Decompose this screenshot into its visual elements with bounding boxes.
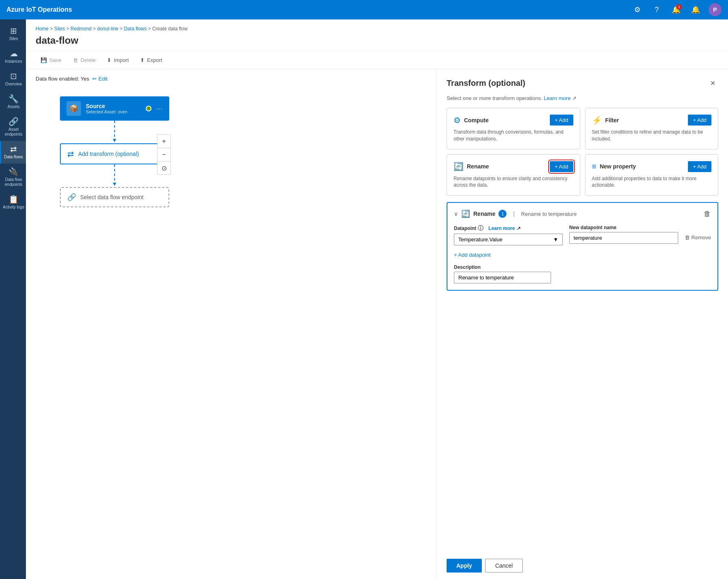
activity-logs-icon: 📋: [9, 195, 19, 203]
source-node-subtitle: Selected Asset: oven: [86, 109, 141, 114]
compute-card-title: Compute: [464, 117, 489, 123]
delete-button[interactable]: 🗑 Delete: [68, 55, 101, 66]
import-button[interactable]: ⬇ Import: [102, 55, 134, 66]
apply-button[interactable]: Apply: [447, 559, 482, 573]
import-icon: ⬇: [107, 57, 111, 63]
datapoint-info-icon[interactable]: ⓘ: [478, 225, 483, 232]
notification-badge: 1: [676, 4, 682, 10]
zoom-reset-button[interactable]: ⊙: [158, 162, 170, 175]
endpoint-node[interactable]: 🔗 Select data flow endpoint: [60, 187, 169, 207]
app-title: Azure IoT Operations: [6, 6, 626, 13]
description-input[interactable]: [454, 272, 551, 283]
rename-card-desc: Rename datapoints to ensure clarity and …: [453, 175, 573, 189]
endpoint-node-icon: 🔗: [67, 193, 76, 202]
source-node[interactable]: 📦 Source Selected Asset: oven ⋯: [60, 96, 169, 121]
filter-icon: ⚡: [592, 115, 602, 125]
new-datapoint-input[interactable]: [569, 232, 678, 244]
data-flow-enabled-text: Data flow enabled: Yes: [36, 76, 89, 82]
cancel-button[interactable]: Cancel: [485, 559, 523, 573]
sidebar-label-data-flow-endpoints: Data flow endpoints: [3, 177, 24, 187]
notifications-icon[interactable]: 🔔 1: [670, 3, 683, 16]
sidebar-item-asset-endpoints[interactable]: 🔗 Asset endpoints: [0, 113, 26, 141]
sidebar-item-assets[interactable]: 🔧 Assets: [0, 91, 26, 113]
datapoint-col: Datapoint ⓘ Learn more ↗ Temperature.Val…: [454, 225, 563, 245]
rename-collapse-button[interactable]: ∨: [454, 211, 458, 217]
bell-icon[interactable]: 🔔: [689, 3, 702, 16]
breadcrumb-donut-line[interactable]: donut-line: [97, 26, 119, 32]
help-icon[interactable]: ?: [650, 3, 663, 16]
sidebar-item-overview[interactable]: ⊡ Overview: [0, 68, 26, 91]
sidebar-item-instances[interactable]: ☁ Instances: [0, 45, 26, 68]
toolbar: 💾 Save 🗑 Delete ⬇ Import ⬆ Export: [26, 51, 728, 69]
sidebar-item-sites[interactable]: ⊞ Sites: [0, 23, 26, 45]
datapoint-dropdown[interactable]: Temperature.Value ▼: [454, 234, 563, 245]
data-flow-endpoints-icon: 🔌: [9, 168, 19, 176]
breadcrumb-data-flows[interactable]: Data flows: [124, 26, 147, 32]
remove-icon: 🗑: [685, 234, 690, 241]
export-button[interactable]: ⬆ Export: [135, 55, 167, 66]
sidebar-item-data-flow-endpoints[interactable]: 🔌 Data flow endpoints: [0, 164, 26, 191]
filter-card-title-row: ⚡ Filter: [592, 115, 619, 125]
sidebar-label-activity-logs: Activity logs: [3, 205, 24, 210]
asset-endpoints-icon: 🔗: [9, 117, 19, 126]
transform-node[interactable]: ⇄ Add transform (optional): [60, 143, 169, 164]
compute-card-title-row: ⚙ Compute: [453, 115, 489, 125]
compute-icon: ⚙: [453, 115, 461, 125]
sites-icon: ⊞: [10, 27, 17, 35]
rename-section: ∨ 🔄 Rename 1 | Rename to temperature 🗑: [447, 202, 718, 291]
rename-card: 🔄 Rename + Add Rename datapoints to ensu…: [447, 154, 580, 196]
panel-scroll: ⚙ Compute + Add Transform data through c…: [437, 108, 728, 552]
main-content: Home > Sites > Redmond > donut-line > Da…: [26, 19, 728, 579]
zoom-in-button[interactable]: +: [158, 135, 170, 148]
top-navigation: Azure IoT Operations ⚙ ? 🔔 1 🔔 P: [0, 0, 728, 19]
page-title: data-flow: [36, 35, 718, 46]
datapoint-label: Datapoint ⓘ Learn more ↗: [454, 225, 563, 232]
save-button[interactable]: 💾 Save: [36, 55, 66, 66]
new-property-add-button[interactable]: + Add: [688, 161, 711, 172]
new-property-icon: ≡: [592, 162, 597, 171]
source-node-menu[interactable]: ⋯: [156, 105, 163, 113]
transform-node-container: ⇄ Add transform (optional): [60, 143, 169, 164]
breadcrumb-home[interactable]: Home: [36, 26, 49, 32]
sidebar-item-data-flows[interactable]: ⇄ Data flows: [0, 141, 26, 164]
dropdown-chevron: ▼: [553, 236, 558, 243]
sidebar: ⊞ Sites ☁ Instances ⊡ Overview 🔧 Assets …: [0, 19, 26, 579]
transform-node-icon: ⇄: [67, 149, 74, 159]
export-icon: ⬆: [140, 57, 145, 63]
new-property-card-title-row: ≡ New property: [592, 162, 636, 171]
rename-delete-button[interactable]: 🗑: [704, 210, 711, 218]
settings-icon[interactable]: ⚙: [631, 3, 644, 16]
panel-footer: Apply Cancel: [437, 552, 728, 579]
rename-card-header: 🔄 Rename + Add: [453, 161, 573, 172]
sidebar-label-asset-endpoints: Asset endpoints: [3, 127, 24, 137]
new-property-card-header: ≡ New property + Add: [592, 161, 712, 172]
sidebar-label-overview: Overview: [5, 82, 22, 87]
panel-close-button[interactable]: ✕: [707, 77, 718, 89]
connector-2: [114, 164, 115, 181]
filter-add-button[interactable]: + Add: [688, 115, 711, 126]
new-datapoint-label: New datapoint name: [569, 225, 678, 230]
filter-card: ⚡ Filter + Add Set filter conditions to …: [585, 108, 719, 149]
rename-card-title-row: 🔄 Rename: [453, 162, 489, 171]
rename-add-button[interactable]: + Add: [550, 161, 573, 172]
app-layout: ⊞ Sites ☁ Instances ⊡ Overview 🔧 Assets …: [0, 19, 728, 579]
user-avatar[interactable]: P: [709, 3, 722, 16]
rename-section-header: ∨ 🔄 Rename 1 | Rename to temperature 🗑: [454, 209, 711, 218]
compute-card: ⚙ Compute + Add Transform data through c…: [447, 108, 580, 149]
sidebar-item-activity-logs[interactable]: 📋 Activity logs: [0, 191, 26, 214]
new-property-card: ≡ New property + Add Add additional prop…: [585, 154, 719, 196]
source-node-container: 📦 Source Selected Asset: oven ⋯: [60, 96, 169, 121]
edit-button[interactable]: ✏ Edit: [92, 76, 107, 82]
learn-more-link[interactable]: Learn more: [544, 95, 570, 101]
breadcrumb-redmond[interactable]: Redmond: [70, 26, 92, 32]
datapoint-learn-more[interactable]: Learn more: [488, 226, 515, 231]
overview-icon: ⊡: [10, 72, 17, 80]
breadcrumb-sites[interactable]: Sites: [54, 26, 65, 32]
datapoint-value: Temperature.Value: [458, 236, 502, 243]
compute-add-button[interactable]: + Add: [550, 115, 573, 126]
add-datapoint-button[interactable]: + Add datapoint: [454, 250, 491, 260]
datapoint-form-row: Datapoint ⓘ Learn more ↗ Temperature.Val…: [454, 225, 711, 245]
remove-button[interactable]: 🗑 Remove: [685, 234, 711, 241]
endpoint-node-container: 🔗 Select data flow endpoint: [60, 187, 169, 207]
zoom-out-button[interactable]: −: [158, 148, 170, 161]
